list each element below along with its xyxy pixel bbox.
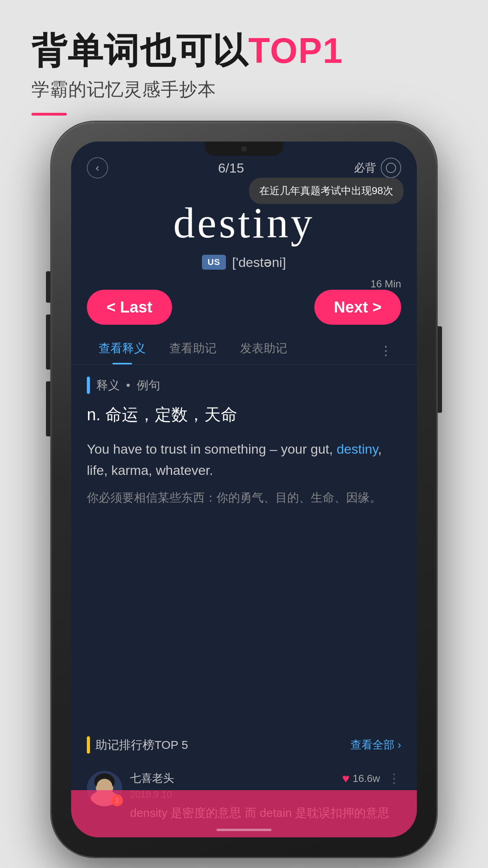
circle-icon xyxy=(385,162,396,173)
phone-screen: ‹ 6/15 必背 在近几年真题考试中出现98次 xyxy=(71,142,417,837)
main-title: 背单词也可以TOP1 xyxy=(31,31,343,70)
example-chinese: 你必须要相信某些东西：你的勇气、目的、生命、因缘。 xyxy=(87,488,401,507)
view-all-button[interactable]: 查看全部 › xyxy=(350,737,401,752)
definition-text: n. 命运，定数，天命 xyxy=(87,403,401,427)
camera xyxy=(241,146,247,152)
main-word: destiny xyxy=(173,198,315,248)
title-underline xyxy=(31,113,67,116)
home-indicator xyxy=(216,829,272,831)
side-button-power xyxy=(437,326,442,413)
tab-post-hint[interactable]: 发表助记 xyxy=(228,337,299,364)
top-text-area: 背单词也可以TOP1 学霸的记忆灵感手抄本 xyxy=(31,31,343,116)
memory-username: 七喜老头 xyxy=(130,771,174,786)
like-count: 16.6w xyxy=(353,772,380,785)
section-header: 释义 • 例句 xyxy=(87,377,401,394)
tab-more-button[interactable]: ⋮ xyxy=(372,339,401,362)
phonetic-text: ['destəni] xyxy=(232,254,286,270)
yellow-bar xyxy=(87,736,90,754)
nav-buttons: 16 Min < Last Next > xyxy=(71,278,417,329)
example-before: You have to trust in something – your gu… xyxy=(87,441,337,456)
chevron-right-icon: › xyxy=(398,739,401,751)
view-all-label: 查看全部 xyxy=(350,737,394,752)
must-memorize-toggle[interactable] xyxy=(381,158,401,178)
memory-title: 助记排行榜TOP 5 xyxy=(95,737,188,753)
side-button-volume-mute xyxy=(46,271,51,303)
memory-actions: ♥ 16.6w ⋮ xyxy=(342,771,401,786)
more-options-icon[interactable]: ⋮ xyxy=(388,771,401,786)
like-row[interactable]: ♥ 16.6w xyxy=(342,771,380,786)
tab-memory-hint[interactable]: 查看助记 xyxy=(158,337,228,364)
memory-title-row: 助记排行榜TOP 5 xyxy=(87,736,188,754)
definition-area: 释义 • 例句 n. 命运，定数，天命 You have to trust in… xyxy=(71,365,417,728)
svg-point-0 xyxy=(386,163,396,173)
title-part1: 背单词也可以 xyxy=(31,31,248,70)
example-word-highlight: destiny xyxy=(337,441,378,456)
time-label: 16 Min xyxy=(371,278,401,290)
progress-indicator: 6/15 xyxy=(218,160,244,176)
side-button-volume-up xyxy=(46,314,51,370)
section-title: 释义 xyxy=(96,377,120,394)
screen-content: ‹ 6/15 必背 在近几年真题考试中出现98次 xyxy=(71,142,417,837)
side-button-volume-down xyxy=(46,381,51,436)
section-dot: • xyxy=(126,379,130,392)
must-memorize-area: 必背 xyxy=(354,158,401,178)
title-highlight: TOP1 xyxy=(248,31,343,70)
example-english: You have to trust in something – your gu… xyxy=(87,438,401,481)
last-button[interactable]: < Last xyxy=(87,290,172,325)
heart-icon: ♥ xyxy=(342,771,350,786)
tab-bar: 查看释义 查看助记 发表助记 ⋮ xyxy=(71,329,417,365)
us-badge: US xyxy=(202,255,226,270)
section-subtitle: 例句 xyxy=(137,377,160,394)
tooltip: 在近几年真题考试中出现98次 xyxy=(249,178,404,204)
memory-header: 助记排行榜TOP 5 查看全部 › xyxy=(87,736,401,754)
tab-definition[interactable]: 查看释义 xyxy=(87,337,158,364)
must-memorize-label: 必背 xyxy=(354,160,376,175)
svg-rect-4 xyxy=(95,778,114,787)
back-button[interactable]: ‹ xyxy=(87,157,108,178)
phone-shell: ‹ 6/15 必背 在近几年真题考试中出现98次 xyxy=(51,122,437,857)
memory-item-header: 七喜老头 ♥ 16.6w ⋮ xyxy=(130,771,401,786)
next-button[interactable]: Next > xyxy=(314,290,401,325)
phone-wrapper: ‹ 6/15 必背 在近几年真题考试中出现98次 xyxy=(51,122,437,857)
subtitle: 学霸的记忆灵感手抄本 xyxy=(31,77,343,102)
phonetic-row: US ['destəni] xyxy=(202,254,286,270)
section-bar xyxy=(87,377,90,394)
notch xyxy=(205,142,283,156)
